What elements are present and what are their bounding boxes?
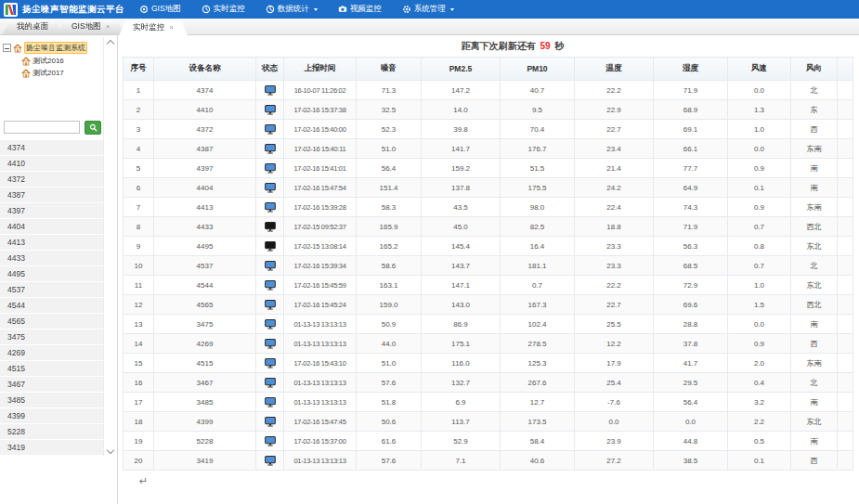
cell-status (256, 393, 284, 412)
table-row[interactable]: 19522817-02-16 15:37:0061.652.958.423.94… (124, 432, 853, 451)
sidebar-scrollbar[interactable] (103, 37, 116, 457)
cell-empty (838, 256, 853, 276)
device-list-item[interactable]: 4565 (0, 314, 104, 329)
top-navbar: 扬尘噪声智能监测云平台 GIS地图实时监控数据统计视频监控系统管理 (0, 0, 859, 19)
tree-node-child[interactable]: 测试2017 (21, 68, 102, 78)
device-list-item[interactable]: 4397 (0, 203, 104, 218)
cell-empty (838, 315, 853, 334)
monitor-online-icon (265, 105, 276, 113)
device-list-item[interactable]: 3475 (0, 330, 104, 344)
cell-wind-direction: 东北 (791, 412, 838, 432)
tree-node-child[interactable]: 测试2016 (21, 56, 102, 66)
table-row[interactable]: 2441017-02-16 15:37:3832.514.09.522.968.… (124, 100, 853, 120)
device-list-item[interactable]: 3467 (0, 377, 104, 392)
tab-gis-map[interactable]: GIS地图× (58, 19, 124, 34)
table-row[interactable]: 11454417-02-16 15:45:59163.1147.10.722.2… (124, 276, 853, 295)
table-row[interactable]: 20341901-13-13 13:13:1357.67.140.627.238… (124, 451, 853, 471)
cell-humidity: 69.6 (654, 295, 728, 315)
nav-item-label: GIS地图 (151, 4, 181, 15)
table-row[interactable]: 9449517-02-15 13:08:14165.2145.416.423.3… (124, 237, 853, 256)
cell-device-name: 4374 (154, 81, 256, 100)
cell-pm25: 52.9 (422, 432, 501, 451)
cell-wind-direction: 北 (791, 256, 838, 276)
cell-empty (838, 412, 853, 432)
device-list-item[interactable]: 4374 (0, 140, 104, 155)
cell-seq: 9 (124, 237, 154, 256)
cell-noise: 159.0 (357, 295, 422, 315)
cell-pm25: 6.9 (422, 393, 501, 412)
device-list-item[interactable]: 3485 (0, 393, 104, 407)
cell-wind-direction: 南 (791, 393, 838, 412)
table-row[interactable]: 10453717-02-16 15:39:3458.6143.7181.123.… (124, 256, 853, 276)
table-row[interactable]: 14426901-13-13 13:13:1344.0175.1278.512.… (124, 334, 853, 354)
table-row[interactable]: 18439917-02-16 15:47:4550.6113.7173.50.0… (124, 412, 853, 432)
device-list-item[interactable]: 4410 (0, 156, 104, 171)
table-row[interactable]: 12456517-02-16 15:45:24159.0143.0167.322… (124, 295, 853, 315)
device-list-item[interactable]: 4269 (0, 345, 104, 360)
cell-temperature: 18.8 (575, 217, 654, 237)
tab-my-desktop[interactable]: 我的桌面 (3, 19, 62, 34)
cell-humidity: 72.9 (654, 276, 728, 295)
close-icon[interactable]: × (106, 23, 111, 31)
tab-realtime-monitor[interactable]: 实时监控× (119, 19, 188, 35)
cell-pm25: 86.9 (422, 315, 501, 334)
table-row[interactable]: 16346701-13-13 13:13:1357.6132.7267.625.… (124, 373, 853, 393)
table-row[interactable]: 3437217-02-16 15:40:0052.339.870.422.769… (124, 120, 853, 139)
nav-item-realtime-monitor[interactable]: 实时监控 (202, 4, 245, 15)
cell-humidity: 44.8 (654, 432, 728, 451)
tree-collapse-icon[interactable] (3, 44, 11, 52)
table-row[interactable]: 13347501-13-13 13:13:1350.986.9102.425.5… (124, 315, 853, 334)
nav-item-video-monitor[interactable]: 视频监控 (338, 4, 382, 15)
device-list-item[interactable]: 4515 (0, 361, 104, 376)
table-row[interactable]: 6440417-02-16 15:47:54151.4137.8175.524.… (124, 178, 853, 198)
cell-noise: 51.0 (357, 139, 422, 159)
cell-report-time: 17-02-16 15:39:28 (284, 198, 357, 217)
table-row[interactable]: 17348501-13-13 13:13:1351.86.912.7-7.656… (124, 393, 853, 412)
cell-noise: 58.6 (357, 256, 422, 276)
cell-humidity: 68.9 (654, 100, 728, 120)
device-list-item[interactable]: 4433 (0, 251, 104, 265)
device-list-item[interactable]: 4372 (0, 172, 104, 187)
device-list-item[interactable]: 5228 (0, 424, 104, 439)
search-button[interactable] (85, 121, 101, 135)
table-row[interactable]: 4438717-02-16 15:40:1151.0141.7176.723.4… (124, 139, 853, 159)
device-list-item[interactable]: 4387 (0, 187, 104, 202)
cell-pm25: 159.2 (422, 159, 501, 178)
cell-temperature: 23.3 (575, 237, 654, 256)
table-row[interactable]: 5439717-02-16 15:41:0156.4159.251.521.47… (124, 159, 853, 178)
table-row[interactable]: 15451517-02-16 15:43:1051.0116.0125.317.… (124, 354, 853, 373)
nav-item-data-stats[interactable]: 数据统计 (266, 4, 318, 15)
cell-noise: 32.5 (357, 100, 422, 120)
cell-seq: 5 (124, 159, 154, 178)
device-list-item[interactable]: 4537 (0, 282, 104, 297)
nav-item-gis-map[interactable]: GIS地图 (139, 4, 181, 15)
device-list-item[interactable]: 4404 (0, 219, 104, 234)
cell-pm25: 143.7 (422, 256, 501, 276)
chart-icon (266, 5, 275, 14)
cell-pm25: 45.0 (422, 217, 501, 237)
tree-node-root[interactable]: 扬尘噪音监测系统 (3, 42, 102, 54)
column-header: 状态 (256, 58, 284, 81)
device-tree: 扬尘噪音监测系统 测试2016测试2017 (0, 35, 117, 118)
table-row[interactable]: 8443317-02-15 09:52:37165.945.082.518.87… (124, 217, 853, 237)
table-row[interactable]: 7441317-02-16 15:39:2858.343.598.022.474… (124, 198, 853, 217)
scroll-down-icon[interactable] (106, 446, 113, 454)
cell-report-time: 17-02-16 15:45:59 (284, 276, 357, 295)
cell-status (256, 373, 284, 393)
scroll-up-icon[interactable] (106, 40, 113, 47)
device-list-item[interactable]: 4495 (0, 266, 104, 281)
close-icon[interactable]: × (169, 24, 174, 32)
search-input[interactable] (4, 121, 80, 134)
device-list-item[interactable]: 3419 (0, 440, 104, 455)
cell-wind-speed: 1.0 (728, 276, 791, 295)
device-list-item[interactable]: 4413 (0, 235, 104, 250)
cell-seq: 17 (124, 393, 154, 412)
column-header: PM10 (501, 58, 575, 81)
device-list-item[interactable]: 4544 (0, 298, 104, 313)
device-list-item[interactable]: 4399 (0, 408, 104, 423)
table-row[interactable]: 1437416-10-07 11:26:0271.3147.240.722.27… (124, 81, 853, 100)
monitor-online-icon (265, 261, 276, 269)
column-header: 噪音 (357, 58, 422, 81)
nav-item-system-manage[interactable]: 系统管理 (402, 4, 454, 15)
cell-seq: 3 (124, 120, 154, 139)
